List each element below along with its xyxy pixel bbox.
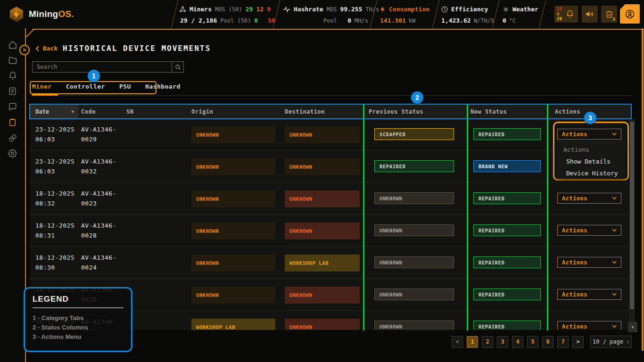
sidebar-item-tokens[interactable] [0,130,25,146]
code-line1: AV-A1346- [81,253,116,263]
consumption-stat: Consumption 141.301 kW [380,0,434,28]
sidebar-item-alerts[interactable] [0,68,25,83]
miners-pool-ok: 0 [254,17,258,24]
annotation-line-status-middle [467,104,468,330]
pagination-page-4[interactable]: 4 [512,336,523,348]
pagination-page-1[interactable]: 1 [467,336,478,348]
panel-top-border [33,29,642,30]
audio-button[interactable] [582,6,598,23]
pagination-next-button[interactable]: > [572,336,584,348]
miners-pool-bad: 50 [268,17,275,24]
back-button[interactable]: Back [35,45,58,52]
sidebar-expand-button[interactable]: > [19,45,30,55]
origin-badge: UNKNOWN [191,126,275,143]
weather-unit: °C [509,17,516,24]
table-row: 23-12-202506:03AV-A1346-0032UNKNOWNUNKNO… [30,151,630,183]
date-value: 18-12-2025 [35,189,74,198]
menu-item-show-details[interactable]: Show Details [558,156,624,167]
page-size-select[interactable]: 10 / page∨ [590,336,632,348]
annotation-marker-1: 1 [88,70,100,82]
topbar: MiningOS. Miners MOS (50) 29 12 9 [0,0,644,28]
annotation-marker-2: 2 [411,91,423,104]
search-input[interactable] [32,61,172,73]
miners-label: Miners [190,6,212,13]
code-line1: AV-A1346- [81,189,116,198]
origin-badge: UNKNOWN [191,158,275,175]
pagination-page-5[interactable]: 5 [527,336,538,348]
efficiency-stat: Efficiency 1,423.62 W/TH/S [441,0,493,28]
cell-code: AV-A1346-0023 [81,189,116,208]
tokens-icon [8,133,17,143]
pagination-page-7[interactable]: 7 [557,336,569,348]
row-actions-dropdown-button[interactable]: Actions [557,225,621,236]
pagination-prev-button[interactable]: < [452,336,463,348]
time-value: 06:03 [35,166,74,176]
code-line2: 0029 [81,134,116,144]
pagination-page-6[interactable]: 6 [542,336,553,348]
new-status-badge: BRAND NEW [473,160,541,172]
destination-badge: UNKNOWN [285,126,360,143]
legend-item-1: 1 - Category Tabs [33,313,131,323]
row-actions-label: Actions [562,291,587,298]
speaker-icon [586,10,594,18]
notifications-button[interactable]: 12 0 29 [554,6,578,23]
table-scrollbar-thumb[interactable] [630,122,634,309]
destination-badge: UNKNOWN [285,190,360,207]
brand: MiningOS. [8,6,74,22]
previous-status-badge: UNKNOWN [374,321,454,330]
row-actions-dropdown-button[interactable]: Actions [557,257,621,268]
legend-title: LEGEND [33,295,131,304]
sidebar [0,28,25,362]
chevron-down-icon [612,197,617,200]
active-tab-underline [32,94,58,96]
notification-badges: 12 0 29 [557,7,562,22]
date-value: 23-12-2025 [35,156,74,166]
pagination-page-3[interactable]: 3 [497,336,508,348]
annotation-line-prev-status-left [363,104,364,330]
code-line1: AV-A1346- [81,221,116,230]
code-line2: 0028 [81,230,116,240]
sidebar-item-settings[interactable] [0,146,25,161]
panel-right-border [642,5,644,351]
menu-item-actions-header: Actions [558,144,624,156]
sidebar-item-files[interactable] [0,52,25,68]
legend-item-2: 2 - Status Columns [33,323,131,332]
time-value: 06:03 [35,134,74,144]
previous-status-badge: UNKNOWN [374,256,454,268]
hashrate-pool-value: 0 [343,17,351,24]
efficiency-label: Efficiency [451,6,488,13]
hashrate-label: Hashrate [294,6,323,13]
new-status-badge: REPAIRED [473,256,541,268]
previous-status-badge: SCRAPPED [374,128,454,140]
row-actions-dropdown-button[interactable]: Actions [557,193,621,204]
page-title: HISTORICAL DEVICE MOVEMENTS [63,44,211,53]
table-row: 18-12-202508:32AV-A1346-0023UNKNOWNUNKNO… [30,183,630,215]
miners-warn-count: 12 [256,6,264,13]
tasks-button[interactable]: 0 [601,6,617,23]
row-actions-dropdown-button[interactable]: Actions [557,321,621,330]
new-status-badge: REPAIRED [473,224,541,236]
cell-code: AV-A1346-0029 [81,124,116,144]
row-actions-dropdown-button[interactable]: Actions [557,289,621,300]
sidebar-item-messages[interactable] [0,99,25,115]
pagination-page-2[interactable]: 2 [482,336,493,348]
sidebar-item-reports[interactable] [0,83,25,99]
annotation-legend: LEGEND 1 - Category Tabs2 - Status Colum… [24,287,132,352]
scrollbar-down-arrow[interactable]: ▼ [628,322,637,332]
profile-button[interactable] [620,4,640,24]
annotation-box-tabs [30,81,157,94]
destination-badge: UNKNOWN [285,158,360,175]
back-label: Back [43,45,58,52]
table-row: 18-12-202508:31AV-A1346-0028UNKNOWNUNKNO… [30,215,630,247]
sidebar-item-inventory[interactable] [0,115,25,130]
chevron-down-icon [612,325,617,328]
search-button[interactable] [172,61,184,73]
destination-badge: UNKNOWN [285,222,360,239]
miners-total: 29 / 2,186 [180,17,217,24]
sun-icon [503,6,509,13]
hashrate-mos-label: MOS [327,6,337,13]
consumption-label: Consumption [389,6,429,13]
miners-mos-label: MOS (50) [215,6,242,13]
menu-item-device-history[interactable]: Device History [558,167,624,179]
user-icon [625,9,635,19]
